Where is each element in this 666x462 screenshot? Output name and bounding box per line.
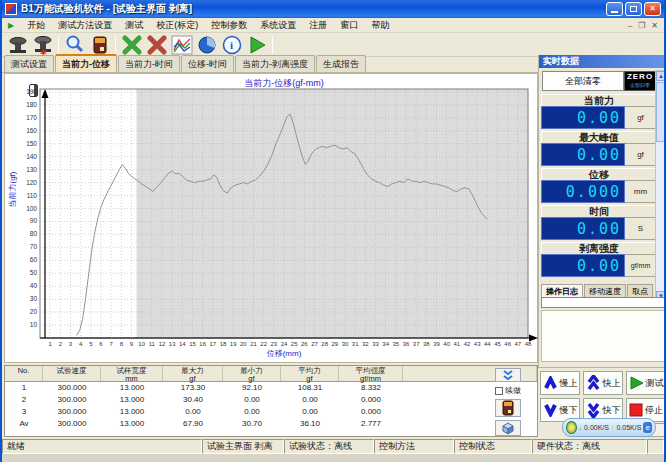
menu-item-start[interactable]: 开始: [27, 19, 45, 32]
child-close-icon[interactable]: ✕: [651, 21, 658, 30]
svg-text:22: 22: [260, 341, 267, 347]
stop-icon: [629, 403, 643, 417]
column-header: 试样宽度mm: [101, 366, 163, 381]
tab-pick-point[interactable]: 取点: [627, 284, 653, 298]
machine-alert-icon[interactable]: ✱: [30, 34, 55, 56]
menu-item-calibration[interactable]: 校正(标定): [156, 19, 198, 32]
column-header: No.: [5, 366, 43, 381]
close-button[interactable]: ✕: [644, 2, 661, 16]
table-cell: 1: [5, 382, 43, 394]
start-icon[interactable]: [244, 34, 269, 56]
svg-text:18: 18: [220, 341, 227, 347]
svg-text:13: 13: [169, 341, 176, 347]
machine-icon[interactable]: [5, 34, 30, 56]
svg-text:19: 19: [230, 341, 237, 347]
svg-text:60: 60: [30, 256, 38, 263]
app-window: B1万能试验机软件 - [试验主界面 剥离] ✕ ▶ 开始 测试方法设置 测试 …: [0, 0, 666, 462]
table-cell: 0.000: [339, 394, 403, 406]
log-input[interactable]: [541, 297, 666, 308]
svg-text:1: 1: [48, 341, 52, 347]
table-row[interactable]: Av300.00013.00067.9030.7036.102.777: [5, 418, 537, 430]
scroll-thumb[interactable]: [656, 82, 666, 142]
table-cell: 0.000: [339, 406, 403, 418]
realtime-panel-title: 实时数据: [539, 55, 666, 68]
svg-text:i: i: [230, 39, 233, 51]
upload-arrow-icon: ↑: [611, 424, 615, 431]
table-cell: 300.000: [43, 406, 101, 418]
pie-chart-icon[interactable]: [194, 34, 219, 56]
continue-checkbox[interactable]: [495, 387, 503, 395]
svg-text:5: 5: [89, 341, 93, 347]
zero-button[interactable]: ZERO 全部归零: [624, 71, 656, 91]
table-row[interactable]: 3300.00013.0000.000.000.000.000: [5, 406, 537, 418]
tab-force-peel-strength[interactable]: 当前力-剥离强度: [235, 55, 315, 72]
tab-force-time[interactable]: 当前力-时间: [118, 55, 180, 72]
svg-text:17: 17: [209, 341, 216, 347]
svg-text:41: 41: [453, 341, 460, 347]
table-row[interactable]: 1300.00013.000173.3092.10108.318.332: [5, 382, 537, 394]
table-cell: 13.000: [101, 382, 163, 394]
test-button[interactable]: 测试: [626, 371, 666, 395]
curves-icon[interactable]: [169, 34, 194, 56]
report-card-button[interactable]: [495, 399, 521, 417]
svg-text:50: 50: [30, 269, 38, 276]
clear-red-icon[interactable]: [144, 34, 169, 56]
svg-text:10: 10: [30, 321, 38, 328]
menu-item-test[interactable]: 测试: [125, 19, 143, 32]
svg-text:90: 90: [30, 217, 38, 224]
window-edge: [2, 454, 664, 462]
menu-item-system[interactable]: 系统设置: [260, 19, 296, 32]
svg-text:20: 20: [30, 308, 38, 315]
table-row[interactable]: 2300.00013.00030.400.000.000.000: [5, 394, 537, 406]
status-hardware-state: 硬件状态：离线: [532, 439, 647, 454]
clear-green-icon[interactable]: [119, 34, 144, 56]
menu-item-window[interactable]: 窗口: [340, 19, 358, 32]
double-down-arrow-icon: [586, 402, 601, 418]
collapse-table-button[interactable]: [495, 368, 521, 382]
status-control-state: 控制状态: [454, 439, 532, 454]
log-list[interactable]: [541, 310, 666, 362]
table-cell: 0.00: [281, 406, 339, 418]
status-empty: [647, 439, 664, 454]
menu-item-control-params[interactable]: 控制参数: [211, 19, 247, 32]
tab-operation-log[interactable]: 操作日志: [541, 284, 583, 298]
fast-up-button[interactable]: 快上: [583, 371, 623, 395]
svg-text:26: 26: [301, 341, 308, 347]
report-card-icon[interactable]: [87, 34, 112, 56]
table-cell: 300.000: [43, 382, 101, 394]
slow-up-button[interactable]: 慢上: [540, 371, 580, 395]
svg-text:3: 3: [69, 341, 73, 347]
double-up-arrow-icon: [586, 375, 601, 391]
status-view: 试验主界面 剥离: [202, 439, 284, 454]
tab-move-speed[interactable]: 移动速度: [584, 284, 626, 298]
time-value: 0.00: [541, 217, 625, 240]
menu-item-help[interactable]: 帮助: [371, 19, 389, 32]
coin-icon[interactable]: [566, 421, 577, 434]
tab-test-settings[interactable]: 测试设置: [4, 55, 54, 72]
log-tabs: 操作日志 移动速度 取点: [541, 284, 654, 298]
zoom-icon[interactable]: [62, 34, 87, 56]
scroll-up-icon[interactable]: ▲: [656, 71, 666, 81]
minimize-button[interactable]: [606, 2, 623, 16]
menu-item-register[interactable]: 注册: [309, 19, 327, 32]
table-cell: 30.40: [163, 394, 223, 406]
table-cell: 13.000: [101, 406, 163, 418]
svg-text:160: 160: [26, 127, 37, 134]
zero-all-button[interactable]: 全部清零: [542, 71, 624, 91]
child-minimize-icon[interactable]: –: [628, 21, 632, 30]
realtime-scrollbar[interactable]: ▲ ▼: [655, 70, 666, 302]
child-restore-icon[interactable]: ❐: [638, 21, 645, 30]
svg-text:43: 43: [474, 341, 481, 347]
svg-text:190: 190: [26, 88, 37, 95]
export-cube-button[interactable]: [495, 420, 521, 436]
tab-force-displacement[interactable]: 当前力-位移: [55, 54, 117, 72]
info-icon[interactable]: i: [219, 34, 244, 56]
browser-icon[interactable]: e: [643, 422, 652, 433]
tab-report[interactable]: 生成报告: [316, 55, 366, 72]
svg-text:47: 47: [514, 341, 521, 347]
menu-item-method[interactable]: 测试方法设置: [58, 19, 112, 32]
download-speed: 0.00K/S: [584, 424, 609, 431]
tab-displacement-time[interactable]: 位移-时间: [181, 55, 234, 72]
svg-text:29: 29: [331, 341, 338, 347]
restore-button[interactable]: [625, 2, 642, 16]
